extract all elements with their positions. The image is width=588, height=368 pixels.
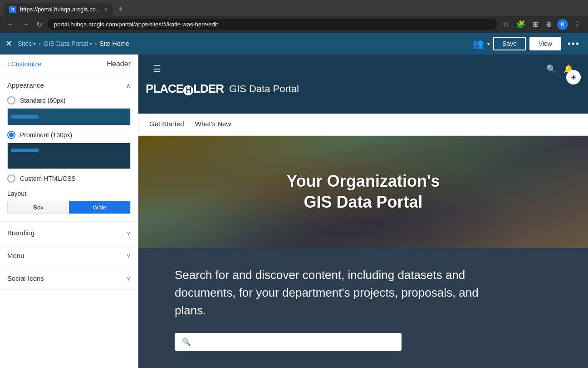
search-icon[interactable]: 🔍 [546, 64, 556, 74]
view-button[interactable]: View [529, 37, 561, 50]
bookmark-icon[interactable]: ☆ [501, 19, 511, 30]
site-home-label: Site Home [100, 40, 129, 47]
prominent-label: Prominent (130px) [20, 131, 72, 139]
close-icon[interactable]: ✕ [5, 39, 12, 49]
sites-label: Sites [18, 40, 32, 47]
tab-favicon: h [9, 6, 16, 13]
gis-portal-dropdown-icon: ▾ [90, 41, 92, 46]
hero-section: Your Organization's GIS Data Portal [138, 136, 588, 248]
appearance-title: Appearance [7, 81, 44, 89]
social-icons-chevron-icon: ∨ [127, 275, 131, 282]
gis-portal-label: GIS Data Portal [44, 40, 88, 47]
custom-html-option[interactable]: Custom HTML/CSS [7, 174, 131, 183]
site-preview: ☰ 🔍 🔔 PLACEHLDER GIS Data Portal ☀ Get S… [138, 55, 588, 368]
prominent-radio[interactable] [7, 131, 15, 139]
hero-title-line2: GIS Data Portal [138, 192, 588, 214]
dark-section-text: Search for and discover content, includi… [175, 266, 492, 319]
hero-text: Your Organization's GIS Data Portal [138, 171, 588, 214]
browser-chrome: h https://portal.hubqa.arcgis.co... × + … [0, 0, 588, 33]
search-bar: 🔍 [175, 333, 402, 351]
header-actions: 👥 ▾ Save View ••• [472, 37, 583, 50]
breadcrumb-separator-1: › [39, 40, 41, 47]
site-name: GIS Data Portal [229, 83, 299, 95]
branding-title: Branding [7, 229, 34, 237]
menu-section[interactable]: Menu ∨ [0, 244, 138, 267]
standard-label: Standard (60px) [20, 97, 65, 104]
site-top-bar: ☰ 🔍 🔔 [146, 60, 581, 78]
tab-title: https://portal.hubqa.arcgis.co... [20, 6, 101, 13]
prominent-preview-bar [8, 143, 130, 169]
sites-link[interactable]: Sites ▾ [18, 40, 36, 47]
back-to-customize[interactable]: ‹ Customize [7, 60, 41, 68]
appearance-collapse-icon: ∧ [126, 82, 131, 89]
back-button[interactable]: ← [5, 20, 16, 30]
profile-avatar[interactable]: K [557, 19, 568, 30]
dark-info-section: Search for and discover content, includi… [138, 248, 588, 368]
sites-dropdown-icon: ▾ [34, 41, 36, 46]
site-nav: Get Started What's New [138, 114, 588, 136]
main-layout: ‹ Customize Header Appearance ∧ Standard… [0, 55, 588, 368]
users-icon[interactable]: 👥 [472, 38, 484, 49]
standard-preview [7, 108, 131, 125]
layout-box-option[interactable]: Box [8, 201, 69, 214]
app-header: ✕ Sites ▾ › GIS Data Portal ▾ › Site Hom… [0, 33, 588, 55]
new-tab-button[interactable]: + [115, 3, 127, 16]
prominent-preview [7, 143, 131, 169]
breadcrumb: Sites ▾ › GIS Data Portal ▾ › Site Home [18, 40, 129, 47]
branding-chevron-icon: ∨ [127, 230, 131, 236]
custom-html-label: Custom HTML/CSS [20, 175, 76, 182]
logo-zero: H [183, 85, 193, 95]
layout-toggle: Box Wide [7, 201, 131, 214]
prominent-option[interactable]: Prominent (130px) [7, 131, 131, 139]
panel-header: ‹ Customize Header [0, 55, 138, 74]
prominent-preview-indicator [11, 149, 39, 152]
standard-preview-bar [8, 109, 130, 125]
menu-icon[interactable]: ⋮ [572, 19, 583, 30]
menu-title: Menu [7, 252, 24, 259]
layout-wide-option[interactable]: Wide [69, 201, 130, 214]
browser-tab[interactable]: h https://portal.hubqa.arcgis.co... × [4, 3, 113, 16]
refresh-button[interactable]: ↻ [34, 19, 44, 30]
hamburger-icon[interactable]: ☰ [153, 64, 161, 75]
search-input[interactable] [195, 338, 394, 346]
branding-section[interactable]: Branding ∨ [0, 222, 138, 244]
breadcrumb-separator-2: › [95, 40, 97, 47]
cast-icon[interactable]: ⊞ [531, 19, 540, 30]
appearance-section: Appearance ∧ Standard (60px) Promine [0, 74, 138, 222]
nav-get-started[interactable]: Get Started [149, 114, 184, 135]
appearance-content: Standard (60px) Prominent (130px) [0, 96, 138, 221]
tab-bar: h https://portal.hubqa.arcgis.co... × + [0, 0, 588, 16]
panel-title: Header [107, 60, 131, 68]
standard-option[interactable]: Standard (60px) [7, 96, 131, 104]
theme-toggle-button[interactable]: ☀ [566, 70, 581, 85]
zoom-icon[interactable]: ⊕ [544, 19, 554, 30]
site-header: ☰ 🔍 🔔 PLACEHLDER GIS Data Portal ☀ [138, 55, 588, 114]
appearance-section-header[interactable]: Appearance ∧ [0, 74, 138, 96]
standard-preview-indicator [11, 115, 39, 119]
address-bar: ← → ↻ ☆ 🧩 ⊞ ⊕ K ⋮ [0, 16, 588, 33]
extension-icon[interactable]: 🧩 [514, 19, 527, 30]
browser-actions: ☆ 🧩 ⊞ ⊕ K ⋮ [501, 19, 583, 30]
save-button[interactable]: Save [493, 37, 526, 50]
site-logo-area: PLACEHLDER GIS Data Portal [146, 78, 581, 103]
more-options-button[interactable]: ••• [565, 38, 583, 50]
left-panel: ‹ Customize Header Appearance ∧ Standard… [0, 55, 138, 368]
address-input[interactable] [48, 19, 497, 30]
standard-radio[interactable] [7, 96, 15, 104]
tab-close-button[interactable]: × [104, 6, 108, 13]
hero-title-line1: Your Organization's [138, 171, 588, 192]
gis-portal-link[interactable]: GIS Data Portal ▾ [44, 40, 92, 47]
site-logo: PLACEHLDER [146, 82, 224, 96]
menu-chevron-icon: ∨ [127, 253, 131, 259]
social-icons-title: Social Icons [7, 274, 44, 282]
back-chevron-icon: ‹ [7, 60, 10, 68]
layout-area: Layout Box Wide [7, 190, 131, 214]
layout-label: Layout [7, 190, 131, 197]
social-icons-section[interactable]: Social Icons ∨ [0, 267, 138, 290]
search-bar-icon: 🔍 [182, 338, 191, 346]
nav-whats-new[interactable]: What's New [195, 114, 231, 135]
back-label: Customize [11, 60, 41, 68]
users-dropdown-icon[interactable]: ▾ [487, 41, 490, 46]
custom-html-radio[interactable] [7, 174, 15, 183]
forward-button[interactable]: → [20, 20, 31, 30]
